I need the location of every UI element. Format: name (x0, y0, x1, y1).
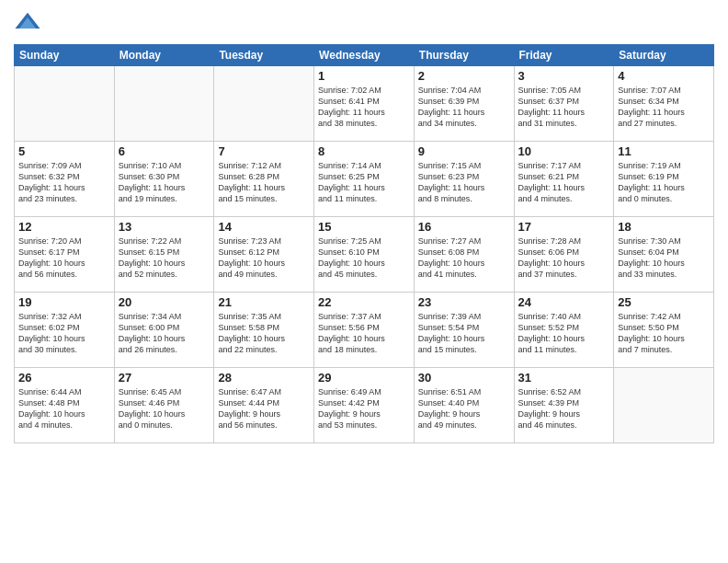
calendar-cell: 25Sunrise: 7:42 AM Sunset: 5:50 PM Dayli… (614, 293, 714, 368)
day-number: 24 (518, 295, 610, 309)
calendar-cell: 1Sunrise: 7:02 AM Sunset: 6:41 PM Daylig… (314, 66, 415, 142)
calendar-cell (15, 66, 115, 142)
weekday-header-wednesday: Wednesday (314, 45, 415, 66)
day-number: 18 (618, 220, 710, 234)
day-info: Sunrise: 7:37 AM Sunset: 5:56 PM Dayligh… (318, 311, 410, 356)
calendar-cell: 4Sunrise: 7:07 AM Sunset: 6:34 PM Daylig… (614, 66, 714, 142)
calendar-cell: 10Sunrise: 7:17 AM Sunset: 6:21 PM Dayli… (514, 142, 614, 217)
calendar-cell: 20Sunrise: 7:34 AM Sunset: 6:00 PM Dayli… (114, 293, 214, 368)
calendar-cell: 24Sunrise: 7:40 AM Sunset: 5:52 PM Dayli… (514, 293, 614, 368)
calendar-cell (614, 368, 714, 443)
calendar-cell: 26Sunrise: 6:44 AM Sunset: 4:48 PM Dayli… (15, 368, 115, 443)
day-info: Sunrise: 7:39 AM Sunset: 5:54 PM Dayligh… (418, 311, 510, 356)
day-info: Sunrise: 7:23 AM Sunset: 6:12 PM Dayligh… (218, 236, 310, 281)
day-info: Sunrise: 7:09 AM Sunset: 6:32 PM Dayligh… (18, 160, 110, 205)
weekday-header-saturday: Saturday (614, 45, 714, 66)
logo-icon (14, 9, 41, 37)
day-info: Sunrise: 6:45 AM Sunset: 4:46 PM Dayligh… (119, 386, 210, 431)
weekday-header-tuesday: Tuesday (214, 45, 314, 66)
day-number: 15 (318, 220, 410, 234)
day-number: 23 (418, 295, 510, 309)
page: SundayMondayTuesdayWednesdayThursdayFrid… (0, 0, 728, 563)
day-info: Sunrise: 7:32 AM Sunset: 6:02 PM Dayligh… (18, 311, 110, 356)
day-number: 30 (418, 371, 510, 385)
day-number: 22 (318, 295, 410, 309)
day-number: 4 (618, 69, 710, 83)
calendar-cell: 9Sunrise: 7:15 AM Sunset: 6:23 PM Daylig… (414, 142, 514, 217)
day-info: Sunrise: 7:07 AM Sunset: 6:34 PM Dayligh… (618, 85, 710, 130)
day-info: Sunrise: 6:47 AM Sunset: 4:44 PM Dayligh… (218, 386, 310, 431)
week-row-1: 1Sunrise: 7:02 AM Sunset: 6:41 PM Daylig… (15, 66, 714, 142)
day-number: 10 (518, 144, 610, 158)
calendar-cell: 29Sunrise: 6:49 AM Sunset: 4:42 PM Dayli… (314, 368, 415, 443)
day-number: 31 (518, 371, 610, 385)
day-info: Sunrise: 6:44 AM Sunset: 4:48 PM Dayligh… (18, 386, 110, 431)
calendar-cell: 21Sunrise: 7:35 AM Sunset: 5:58 PM Dayli… (214, 293, 314, 368)
calendar-cell: 12Sunrise: 7:20 AM Sunset: 6:17 PM Dayli… (15, 217, 115, 293)
day-info: Sunrise: 7:05 AM Sunset: 6:37 PM Dayligh… (518, 85, 610, 130)
day-number: 9 (418, 144, 510, 158)
day-info: Sunrise: 7:17 AM Sunset: 6:21 PM Dayligh… (518, 160, 610, 205)
calendar-cell: 7Sunrise: 7:12 AM Sunset: 6:28 PM Daylig… (214, 142, 314, 217)
day-number: 14 (218, 220, 310, 234)
week-row-2: 5Sunrise: 7:09 AM Sunset: 6:32 PM Daylig… (15, 142, 714, 217)
calendar-cell: 13Sunrise: 7:22 AM Sunset: 6:15 PM Dayli… (114, 217, 214, 293)
weekday-header-row: SundayMondayTuesdayWednesdayThursdayFrid… (15, 45, 714, 66)
day-info: Sunrise: 7:27 AM Sunset: 6:08 PM Dayligh… (418, 236, 510, 281)
day-info: Sunrise: 7:15 AM Sunset: 6:23 PM Dayligh… (418, 160, 510, 205)
calendar-cell: 17Sunrise: 7:28 AM Sunset: 6:06 PM Dayli… (514, 217, 614, 293)
day-number: 11 (618, 144, 710, 158)
calendar-cell: 18Sunrise: 7:30 AM Sunset: 6:04 PM Dayli… (614, 217, 714, 293)
day-info: Sunrise: 7:10 AM Sunset: 6:30 PM Dayligh… (119, 160, 210, 205)
calendar-cell (114, 66, 214, 142)
day-info: Sunrise: 7:04 AM Sunset: 6:39 PM Dayligh… (418, 85, 510, 130)
day-info: Sunrise: 7:20 AM Sunset: 6:17 PM Dayligh… (18, 236, 110, 281)
day-info: Sunrise: 6:49 AM Sunset: 4:42 PM Dayligh… (318, 386, 410, 431)
day-info: Sunrise: 7:40 AM Sunset: 5:52 PM Dayligh… (518, 311, 610, 356)
day-info: Sunrise: 7:42 AM Sunset: 5:50 PM Dayligh… (618, 311, 710, 356)
day-info: Sunrise: 7:12 AM Sunset: 6:28 PM Dayligh… (218, 160, 310, 205)
day-number: 13 (119, 220, 210, 234)
calendar-cell: 15Sunrise: 7:25 AM Sunset: 6:10 PM Dayli… (314, 217, 415, 293)
calendar-cell (214, 66, 314, 142)
day-info: Sunrise: 7:19 AM Sunset: 6:19 PM Dayligh… (618, 160, 710, 205)
day-info: Sunrise: 7:22 AM Sunset: 6:15 PM Dayligh… (119, 236, 210, 281)
day-info: Sunrise: 7:34 AM Sunset: 6:00 PM Dayligh… (119, 311, 210, 356)
calendar-cell: 19Sunrise: 7:32 AM Sunset: 6:02 PM Dayli… (15, 293, 115, 368)
calendar-cell: 2Sunrise: 7:04 AM Sunset: 6:39 PM Daylig… (414, 66, 514, 142)
calendar-cell: 3Sunrise: 7:05 AM Sunset: 6:37 PM Daylig… (514, 66, 614, 142)
day-number: 21 (218, 295, 310, 309)
day-info: Sunrise: 7:25 AM Sunset: 6:10 PM Dayligh… (318, 236, 410, 281)
day-number: 26 (18, 371, 110, 385)
calendar-cell: 11Sunrise: 7:19 AM Sunset: 6:19 PM Dayli… (614, 142, 714, 217)
day-number: 16 (418, 220, 510, 234)
day-info: Sunrise: 7:28 AM Sunset: 6:06 PM Dayligh… (518, 236, 610, 281)
day-number: 5 (18, 144, 110, 158)
day-number: 2 (418, 69, 510, 83)
day-number: 25 (618, 295, 710, 309)
day-number: 19 (18, 295, 110, 309)
day-info: Sunrise: 6:52 AM Sunset: 4:39 PM Dayligh… (518, 386, 610, 431)
day-number: 1 (318, 69, 410, 83)
week-row-5: 26Sunrise: 6:44 AM Sunset: 4:48 PM Dayli… (15, 368, 714, 443)
header (14, 9, 714, 37)
day-number: 6 (119, 144, 210, 158)
weekday-header-sunday: Sunday (15, 45, 115, 66)
calendar-cell: 14Sunrise: 7:23 AM Sunset: 6:12 PM Dayli… (214, 217, 314, 293)
logo (14, 9, 45, 37)
calendar-table: SundayMondayTuesdayWednesdayThursdayFrid… (14, 44, 714, 443)
day-number: 20 (119, 295, 210, 309)
weekday-header-monday: Monday (114, 45, 214, 66)
day-info: Sunrise: 7:14 AM Sunset: 6:25 PM Dayligh… (318, 160, 410, 205)
day-number: 28 (218, 371, 310, 385)
calendar-cell: 23Sunrise: 7:39 AM Sunset: 5:54 PM Dayli… (414, 293, 514, 368)
calendar-cell: 30Sunrise: 6:51 AM Sunset: 4:40 PM Dayli… (414, 368, 514, 443)
calendar-cell: 6Sunrise: 7:10 AM Sunset: 6:30 PM Daylig… (114, 142, 214, 217)
day-info: Sunrise: 6:51 AM Sunset: 4:40 PM Dayligh… (418, 386, 510, 431)
day-number: 12 (18, 220, 110, 234)
calendar-cell: 28Sunrise: 6:47 AM Sunset: 4:44 PM Dayli… (214, 368, 314, 443)
day-info: Sunrise: 7:35 AM Sunset: 5:58 PM Dayligh… (218, 311, 310, 356)
weekday-header-thursday: Thursday (414, 45, 514, 66)
calendar-cell: 16Sunrise: 7:27 AM Sunset: 6:08 PM Dayli… (414, 217, 514, 293)
day-number: 17 (518, 220, 610, 234)
